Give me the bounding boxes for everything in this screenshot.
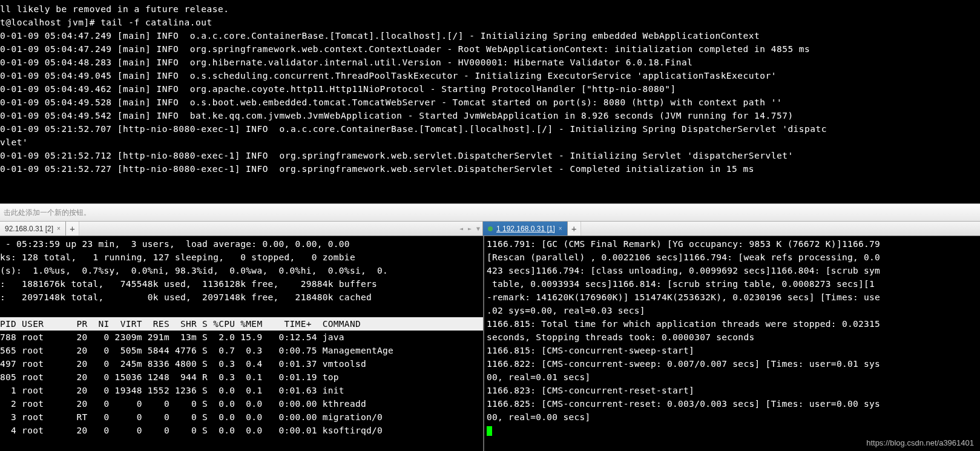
log-line: 0-01-09 05:04:47.249 [main] INFO o.a.c.c… xyxy=(0,29,980,42)
chevron-right-icon[interactable]: ► xyxy=(468,225,472,232)
gc-log-line: .02 sys=0.00, real=0.03 secs] xyxy=(487,304,980,317)
process-row: 497 root 20 0 245m 8336 4800 S 0.3 0.4 0… xyxy=(0,357,483,370)
log-line: 0-01-09 05:21:52.712 [http-nio-8080-exec… xyxy=(0,149,980,162)
process-row: 565 root 20 0 505m 5844 4776 S 0.7 0.3 0… xyxy=(0,344,483,357)
top-summary-line: : 2097148k total, 0k used, 2097148k free… xyxy=(0,291,483,304)
process-row: 4 root 20 0 0 0 0 S 0.0 0.0 0:00.01 ksof… xyxy=(0,424,483,437)
top-summary-line: ks: 128 total, 1 running, 127 sleeping, … xyxy=(0,251,483,264)
gc-log-line: 423 secs]1166.794: [class unloading, 0.0… xyxy=(487,264,980,277)
tab-bar-right: 1 192.168.0.31 [1] × + xyxy=(483,222,980,235)
log-line: 0-01-09 05:04:48.283 [main] INFO org.hib… xyxy=(0,56,980,69)
toolbar-hint-strip: 击此处添加一个新的按钮。 xyxy=(0,203,980,222)
log-line: vlet' xyxy=(0,136,980,149)
tab-right-session[interactable]: 1 192.168.0.31 [1] × xyxy=(483,222,568,235)
tab-bar-left: 92.168.0.31 [2] × + ◄ ► ▼ xyxy=(0,222,483,235)
watermark: https://blog.csdn.net/a3961401 xyxy=(866,438,974,447)
tab-label: 92.168.0.31 [2] xyxy=(5,225,53,233)
gc-log-line: 1166.815: Total time for which applicati… xyxy=(487,317,980,331)
top-header-row: PID USER PR NI VIRT RES SHR S %CPU %MEM … xyxy=(0,317,483,331)
tab-add-left[interactable]: + xyxy=(66,222,79,235)
gc-log-line: 1166.823: [CMS-concurrent-reset-start] xyxy=(487,384,980,397)
log-line: 0-01-09 05:04:49.045 [main] INFO o.s.sch… xyxy=(0,69,980,82)
log-line xyxy=(0,176,980,189)
top-summary-line: : 1881676k total, 745548k used, 1136128k… xyxy=(0,277,483,291)
process-row: 3 root RT 0 0 0 0 S 0.0 0.0 0:00.00 migr… xyxy=(0,410,483,424)
gc-log-line: 1166.815: [CMS-concurrent-sweep-start] xyxy=(487,344,980,357)
log-line: ll likely be removed in a future release… xyxy=(0,2,980,16)
gc-log-line: 00, real=0.01 secs] xyxy=(487,370,980,384)
tab-label: 1 192.168.0.31 [1] xyxy=(496,225,555,233)
bottom-split: - 05:23:59 up 23 min, 3 users, load aver… xyxy=(0,236,980,451)
cursor-line xyxy=(487,424,980,437)
chevron-down-icon[interactable]: ▼ xyxy=(476,225,480,232)
status-dot-icon xyxy=(488,226,493,231)
top-summary-line xyxy=(0,304,483,317)
top-summary-line: (s): 1.0%us, 0.7%sy, 0.0%ni, 98.3%id, 0.… xyxy=(0,264,483,277)
gc-log-line: 00, real=0.00 secs] xyxy=(487,410,980,424)
log-line: 0-01-09 05:21:52.727 [http-nio-8080-exec… xyxy=(0,162,980,176)
close-icon[interactable]: × xyxy=(559,225,562,232)
top-summary-line: - 05:23:59 up 23 min, 3 users, load aver… xyxy=(0,237,483,251)
gc-log-line: 1166.822: [CMS-concurrent-sweep: 0.007/0… xyxy=(487,357,980,370)
gc-log-line: [Rescan (parallel) , 0.0022106 secs]1166… xyxy=(487,251,980,264)
toolbar-hint-text: 击此处添加一个新的按钮。 xyxy=(4,208,91,218)
gc-log-line: 1166.791: [GC (CMS Final Remark) [YG occ… xyxy=(487,237,980,251)
terminal-top-output[interactable]: ll likely be removed in a future release… xyxy=(0,0,980,203)
chevron-left-icon[interactable]: ◄ xyxy=(459,225,463,232)
tab-add-right[interactable]: + xyxy=(568,222,581,235)
tab-nav-arrows: ◄ ► ▼ xyxy=(459,222,480,235)
gc-log-line: seconds, Stopping threads took: 0.000030… xyxy=(487,331,980,344)
log-line: 0-01-09 05:04:49.542 [main] INFO bat.ke.… xyxy=(0,109,980,122)
gc-log-line: -remark: 141620K(176960K)] 151474K(25363… xyxy=(487,291,980,304)
process-row: 805 root 20 0 15036 1248 944 R 0.3 0.1 0… xyxy=(0,370,483,384)
gc-log-line: table, 0.0093934 secs]1166.814: [scrub s… xyxy=(487,277,980,291)
log-line: 0-01-09 05:04:49.462 [main] INFO org.apa… xyxy=(0,82,980,96)
log-line: t@localhost jvm]# tail -f catalina.out xyxy=(0,16,980,29)
process-row: 1 root 20 0 19348 1552 1236 S 0.0 0.1 0:… xyxy=(0,384,483,397)
tab-left-session[interactable]: 92.168.0.31 [2] × xyxy=(0,222,66,235)
process-row: 2 root 20 0 0 0 0 S 0.0 0.0 0:00.00 kthr… xyxy=(0,397,483,410)
pane-right-gc[interactable]: 1166.791: [GC (CMS Final Remark) [YG occ… xyxy=(483,236,980,451)
log-line: 0-01-09 05:04:49.528 [main] INFO o.s.boo… xyxy=(0,96,980,109)
pane-left-top[interactable]: - 05:23:59 up 23 min, 3 users, load aver… xyxy=(0,236,483,451)
cursor-icon xyxy=(487,426,492,436)
close-icon[interactable]: × xyxy=(57,225,61,232)
process-row: 788 root 20 0 2309m 291m 13m S 2.0 15.9 … xyxy=(0,331,483,344)
log-line: 0-01-09 05:21:52.707 [http-nio-8080-exec… xyxy=(0,122,980,136)
log-line: 0-01-09 05:04:47.249 [main] INFO org.spr… xyxy=(0,42,980,56)
gc-log-line: 1166.825: [CMS-concurrent-reset: 0.003/0… xyxy=(487,397,980,410)
tab-bar: 92.168.0.31 [2] × + ◄ ► ▼ 1 192.168.0.31… xyxy=(0,222,980,236)
